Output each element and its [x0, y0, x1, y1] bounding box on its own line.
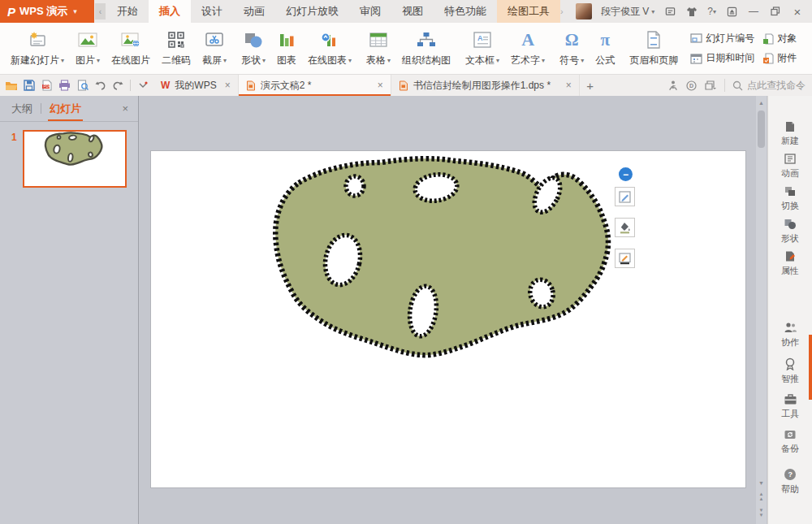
sidebar-item-help[interactable]: ? 帮助 — [768, 468, 812, 496]
picture-button[interactable]: 图片▾ — [70, 23, 106, 74]
slide-number-button[interactable]: 幻灯片编号 — [690, 32, 754, 45]
minimize-button[interactable]: — — [747, 5, 760, 18]
customize-toolbar-button[interactable] — [134, 77, 151, 94]
doc-tab-presentation2[interactable]: 演示文稿2 * × — [239, 75, 391, 96]
tab-review[interactable]: 审阅 — [349, 0, 391, 23]
sidebar-item-properties[interactable]: 属性 — [768, 250, 812, 277]
table-button[interactable]: 表格▾ — [361, 23, 396, 74]
tab-drawing-tools[interactable]: 绘图工具 — [497, 0, 560, 23]
collapse-ribbon-button[interactable] — [725, 5, 738, 18]
outline-color-button[interactable] — [615, 249, 635, 268]
account-menu[interactable]: 段宇俊亚 V ▾ — [601, 5, 654, 19]
qr-code-button[interactable]: 二维码 — [156, 23, 197, 74]
freeform-shape-selected[interactable] — [151, 151, 745, 487]
new-slide-icon — [27, 29, 48, 50]
header-footer-button[interactable]: 页眉和页脚 — [624, 23, 684, 74]
sidebar-item-transition[interactable]: 切换 — [768, 185, 812, 212]
assistant-button[interactable] — [668, 80, 678, 91]
svg-text:PDF: PDF — [44, 84, 51, 89]
tab-slideshow[interactable]: 幻灯片放映 — [275, 0, 349, 23]
help-button[interactable]: ? ▾ — [707, 5, 716, 18]
object-button[interactable]: 对象 — [762, 32, 797, 45]
tab-scroll-right-button[interactable]: › — [560, 0, 570, 23]
restore-button[interactable] — [769, 5, 782, 18]
app-menu-button[interactable]: P WPS 演示 ▾ — [0, 0, 94, 23]
find-command-box[interactable]: 点此查找命令 — [724, 79, 806, 92]
sidebar-item-tools[interactable]: 工具 — [768, 393, 812, 420]
scrollbar-thumb[interactable] — [758, 110, 765, 148]
user-avatar[interactable] — [576, 3, 592, 19]
formula-label: 公式 — [595, 54, 615, 67]
outline-tab[interactable]: 大纲 — [10, 97, 34, 121]
formula-button[interactable]: π 公式 — [590, 23, 620, 74]
tab-list-button[interactable] — [705, 80, 716, 90]
close-tab-icon[interactable]: × — [378, 80, 383, 91]
skin-button[interactable] — [685, 5, 698, 18]
fill-bucket-icon — [619, 222, 631, 234]
sidebar-item-backup[interactable]: 备份 — [768, 429, 812, 455]
editing-canvas[interactable]: − ▲ ▼ ▲ ▲ ▼ ▼ — [140, 96, 767, 524]
symbol-button[interactable]: Ω 符号▾ — [554, 23, 590, 74]
sidebar-label: 动画 — [781, 167, 799, 180]
symbol-icon: Ω — [565, 29, 579, 50]
sidebar-item-new[interactable]: 新建 — [768, 120, 812, 147]
slide-1-page[interactable] — [151, 151, 745, 487]
tab-special-features[interactable]: 特色功能 — [434, 0, 497, 23]
double-up-icon: ▲ — [759, 497, 764, 502]
slides-tab[interactable]: 幻灯片 — [48, 97, 83, 121]
date-time-button[interactable]: 日期和时间 — [690, 51, 754, 65]
svg-text:?: ? — [788, 470, 793, 479]
close-tab-icon[interactable]: × — [225, 80, 231, 91]
screenshot-button[interactable]: 截屏▾ — [197, 23, 232, 74]
sidebar-item-shapes[interactable]: 形状 — [768, 218, 812, 245]
sidebar-item-smart-recommend[interactable]: 智推 — [768, 357, 812, 385]
attachment-button[interactable]: 附件 — [762, 51, 797, 65]
org-chart-button[interactable]: 组织结构图 — [396, 23, 456, 74]
open-button[interactable] — [2, 77, 19, 94]
tab-list-icon — [705, 80, 716, 90]
online-chart-button[interactable]: 在线图表▾ — [302, 23, 357, 74]
close-panel-button[interactable]: × — [122, 102, 128, 115]
shapes-icon — [244, 29, 263, 50]
close-button[interactable]: × — [791, 5, 804, 18]
new-tab-button[interactable]: + — [580, 75, 601, 96]
save-button[interactable] — [20, 77, 37, 94]
tab-insert[interactable]: 插入 — [149, 0, 191, 23]
print-preview-button[interactable] — [74, 77, 91, 94]
tab-animation[interactable]: 动画 — [233, 0, 275, 23]
sidebar-item-collaborate[interactable]: 协作 — [768, 322, 812, 349]
close-tab-icon[interactable]: × — [566, 80, 572, 91]
scroll-up-button[interactable]: ▲ — [756, 97, 767, 108]
online-picture-button[interactable]: 在线图片 — [106, 23, 156, 74]
previous-slide-button[interactable]: ▲ ▲ — [756, 490, 767, 505]
slide-1-thumbnail[interactable] — [23, 130, 127, 188]
new-slide-button[interactable]: 新建幻灯片▾ — [5, 23, 70, 74]
slide-panel: 大纲 幻灯片 × 1 — [0, 96, 139, 524]
collapse-quick-tools-button[interactable]: − — [619, 167, 633, 181]
feedback-button[interactable] — [663, 5, 676, 18]
chart-button[interactable]: 图表 — [271, 23, 302, 74]
canvas-vertical-scrollbar[interactable]: ▲ ▼ ▲ ▲ ▼ ▼ — [756, 96, 767, 524]
export-pdf-button[interactable]: PDF — [38, 77, 55, 94]
tab-design[interactable]: 设计 — [191, 0, 233, 23]
undo-button[interactable] — [92, 77, 109, 94]
next-slide-button[interactable]: ▼ ▼ — [756, 506, 767, 521]
picture-icon — [78, 29, 97, 50]
wordart-button[interactable]: A 艺术字▾ — [505, 23, 551, 74]
edit-shape-button[interactable] — [615, 187, 635, 206]
redo-button[interactable] — [110, 77, 127, 94]
doc-tab-envelope-file[interactable]: 书信信封绘制用图形操作1.dps * × — [391, 75, 580, 96]
text-box-button[interactable]: A 文本框▾ — [460, 23, 505, 74]
scroll-down-button[interactable]: ▼ — [756, 478, 767, 488]
doc-tab-my-wps[interactable]: W 我的WPS × — [153, 75, 239, 96]
sidebar-item-animation[interactable]: 动画 — [768, 153, 812, 180]
tab-home[interactable]: 开始 — [106, 0, 149, 23]
shapes-button[interactable]: 形状▾ — [235, 23, 271, 74]
tab-view[interactable]: 视图 — [391, 0, 434, 23]
docer-button[interactable]: D — [686, 80, 697, 91]
tab-scroll-left-button[interactable]: ‹ — [95, 3, 106, 19]
fill-color-button[interactable] — [615, 218, 635, 237]
audio-button[interactable]: 音频▾ — [806, 23, 812, 74]
docer-icon: D — [686, 80, 697, 91]
print-button[interactable] — [56, 77, 73, 94]
